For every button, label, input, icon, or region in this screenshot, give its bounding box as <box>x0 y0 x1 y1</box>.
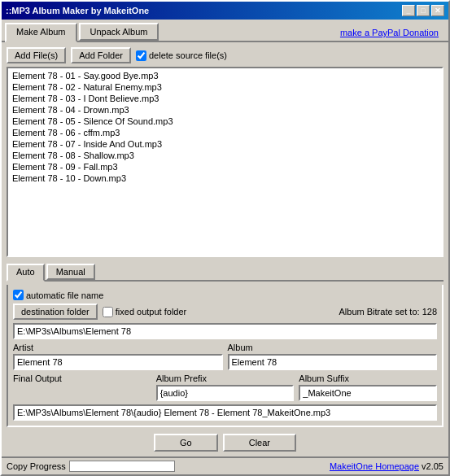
list-item[interactable]: Element 78 - 01 - Say.good Bye.mp3 <box>10 70 440 81</box>
fixed-output-checkbox[interactable] <box>103 307 113 317</box>
tab-manual[interactable]: Manual <box>46 264 95 280</box>
status-left: Copy Progress <box>7 461 175 472</box>
list-item[interactable]: Element 78 - 09 - Fall.mp3 <box>10 161 440 172</box>
fixed-output-checkbox-label[interactable]: fixed output folder <box>103 307 186 317</box>
tab-make-album[interactable]: Make Album <box>5 23 77 42</box>
album-label: Album <box>228 343 438 352</box>
list-item[interactable]: Element 78 - 10 - Down.mp3 <box>10 172 440 184</box>
dest-path-row <box>13 323 437 339</box>
auto-panel: automatic file name destination folder f… <box>7 285 443 427</box>
final-output-spacer: Final Output <box>13 373 151 401</box>
title-bar: ::MP3 Album Maker by MakeitOne _ □ ✕ <box>2 2 448 20</box>
album-input[interactable] <box>228 354 438 370</box>
status-right: MakeitOne Homepage v2.05 <box>330 461 443 471</box>
main-window: ::MP3 Album Maker by MakeitOne _ □ ✕ Mak… <box>0 0 450 476</box>
auto-filename-label: automatic file name <box>26 290 103 300</box>
list-item[interactable]: Element 78 - 02 - Natural Enemy.mp3 <box>10 81 440 93</box>
list-item[interactable]: Element 78 - 08 - Shallow.mp3 <box>10 150 440 161</box>
clear-button[interactable]: Clear <box>223 434 296 452</box>
progress-bar <box>69 461 175 472</box>
artist-input[interactable] <box>13 354 223 370</box>
dest-path-input[interactable] <box>13 323 437 339</box>
auto-filename-checkbox-label[interactable]: automatic file name <box>13 290 103 300</box>
final-output-label: Final Output <box>13 373 62 383</box>
close-button[interactable]: ✕ <box>431 5 444 16</box>
suffix-input[interactable] <box>299 385 437 401</box>
window-controls: _ □ ✕ <box>402 5 444 16</box>
fixed-output-label: fixed output folder <box>116 307 186 317</box>
final-output-input[interactable] <box>13 404 437 421</box>
version-label: v2.05 <box>422 461 443 471</box>
bitrate-label: Album Bitrate set to: 128 <box>339 307 437 317</box>
final-output-row <box>13 404 437 421</box>
tab-auto[interactable]: Auto <box>7 264 45 282</box>
prefix-label: Album Prefix <box>156 373 295 383</box>
delete-source-checkbox-label[interactable]: delete source file(s) <box>136 50 227 61</box>
list-item[interactable]: Element 78 - 07 - Inside And Out.mp3 <box>10 138 440 150</box>
prefix-input[interactable] <box>156 385 295 401</box>
minimize-button[interactable]: _ <box>402 5 415 16</box>
donation-link[interactable]: make a PayPal Donation <box>340 28 445 41</box>
window-title: ::MP3 Album Maker by MakeitOne <box>6 6 149 15</box>
file-list[interactable]: Element 78 - 01 - Say.good Bye.mp3Elemen… <box>7 67 443 257</box>
add-folder-button[interactable]: Add Folder <box>71 47 131 63</box>
dest-folder-button[interactable]: destination folder <box>13 304 98 320</box>
action-buttons: Go Clear <box>7 434 443 452</box>
go-button[interactable]: Go <box>154 434 218 452</box>
artist-album-row: Artist Album <box>13 343 437 370</box>
add-files-button[interactable]: Add File(s) <box>7 47 66 63</box>
artist-label: Artist <box>13 343 223 352</box>
list-item[interactable]: Element 78 - 04 - Drown.mp3 <box>10 104 440 116</box>
list-item[interactable]: Element 78 - 06 - cffm.mp3 <box>10 127 440 138</box>
homepage-link[interactable]: MakeitOne Homepage <box>330 461 419 471</box>
tab-unpack-album[interactable]: Unpack Album <box>79 23 159 41</box>
prefix-suffix-row: Final Output Album Prefix Album Suffix <box>13 373 437 401</box>
copy-progress-label: Copy Progress <box>7 461 66 471</box>
dest-folder-row: destination folder fixed output folder A… <box>13 304 437 320</box>
suffix-group: Album Suffix <box>299 373 437 401</box>
album-group: Album <box>228 343 438 370</box>
auto-filename-row: automatic file name <box>13 290 437 300</box>
suffix-label: Album Suffix <box>299 373 437 383</box>
auto-filename-checkbox[interactable] <box>13 290 24 300</box>
delete-source-label: delete source file(s) <box>149 50 227 60</box>
delete-source-checkbox[interactable] <box>136 50 146 61</box>
sub-tabs: Auto Manual <box>7 264 443 282</box>
main-content: Add File(s) Add Folder delete source fil… <box>2 42 448 456</box>
status-bar: Copy Progress MakeitOne Homepage v2.05 <box>2 456 448 474</box>
artist-group: Artist <box>13 343 223 370</box>
toolbar: Add File(s) Add Folder delete source fil… <box>7 47 443 63</box>
prefix-group: Album Prefix <box>156 373 295 401</box>
maximize-button[interactable]: □ <box>417 5 430 16</box>
list-item[interactable]: Element 78 - 05 - Silence Of Sound.mp3 <box>10 116 440 127</box>
list-item[interactable]: Element 78 - 03 - I Dont Believe.mp3 <box>10 93 440 104</box>
